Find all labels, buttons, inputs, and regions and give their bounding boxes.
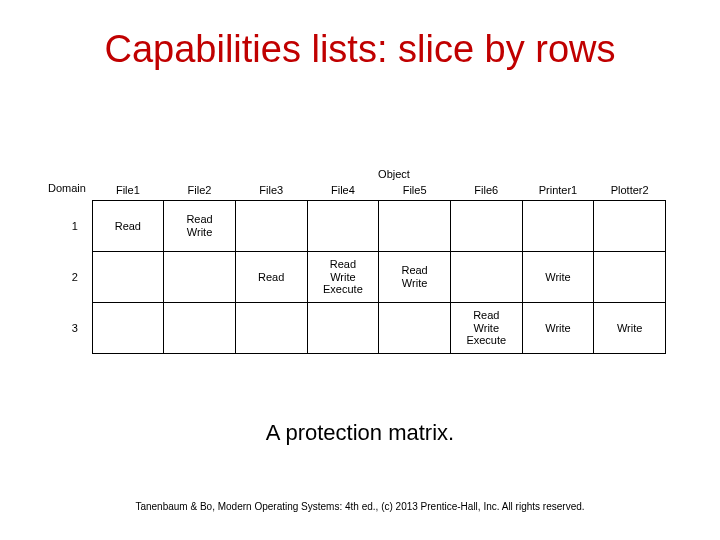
row-header: 1 <box>58 201 92 252</box>
cell-line: Write <box>308 271 379 284</box>
figure-caption: A protection matrix. <box>0 420 720 446</box>
slide: Capabilities lists: slice by rows Object… <box>0 0 720 540</box>
cell-line: Write <box>164 226 235 239</box>
cell <box>450 201 522 252</box>
table-row: 2 Read Read Write Execute Read Write Wri… <box>58 252 666 303</box>
rows-axis-label: Domain <box>48 182 86 194</box>
cell-line: Read <box>379 264 450 277</box>
cell: Read Write Execute <box>307 252 379 303</box>
cell: Read Write Execute <box>450 303 522 354</box>
cell-line: Execute <box>451 334 522 347</box>
col-header: Printer1 <box>522 182 594 201</box>
columns-axis-label: Object <box>122 168 666 180</box>
cell-line: Execute <box>308 283 379 296</box>
col-header: File6 <box>450 182 522 201</box>
table-row: 3 Read Write Execute Write Write <box>58 303 666 354</box>
cell <box>450 252 522 303</box>
header-row: File1 File2 File3 File4 File5 File6 Prin… <box>58 182 666 201</box>
table-row: 1 Read Read Write <box>58 201 666 252</box>
cell-line: Write <box>379 277 450 290</box>
cell <box>235 303 307 354</box>
cell <box>92 252 164 303</box>
cell <box>164 252 236 303</box>
col-header: File3 <box>235 182 307 201</box>
col-header: File1 <box>92 182 164 201</box>
cell <box>522 201 594 252</box>
col-header: File4 <box>307 182 379 201</box>
cell <box>594 201 666 252</box>
col-header: File2 <box>164 182 236 201</box>
protection-matrix: Object Domain File1 File2 File3 File4 Fi… <box>58 168 666 354</box>
cell-line: Read <box>451 309 522 322</box>
cell <box>235 201 307 252</box>
cell <box>92 303 164 354</box>
cell-line: Write <box>451 322 522 335</box>
cell <box>379 201 451 252</box>
cell: Read Write <box>164 201 236 252</box>
cell-line: Read <box>308 258 379 271</box>
row-header: 3 <box>58 303 92 354</box>
copyright-footer: Tanenbaum & Bo, Modern Operating Systems… <box>0 501 720 512</box>
col-header: File5 <box>379 182 451 201</box>
matrix-table: File1 File2 File3 File4 File5 File6 Prin… <box>58 182 666 354</box>
cell: Read <box>92 201 164 252</box>
cell <box>307 303 379 354</box>
cell: Write <box>522 303 594 354</box>
cell <box>307 201 379 252</box>
cell <box>379 303 451 354</box>
cell: Write <box>594 303 666 354</box>
cell: Read <box>235 252 307 303</box>
cell: Read Write <box>379 252 451 303</box>
row-header: 2 <box>58 252 92 303</box>
slide-title: Capabilities lists: slice by rows <box>0 28 720 71</box>
col-header: Plotter2 <box>594 182 666 201</box>
cell-line: Read <box>164 213 235 226</box>
cell <box>164 303 236 354</box>
cell <box>594 252 666 303</box>
cell: Write <box>522 252 594 303</box>
